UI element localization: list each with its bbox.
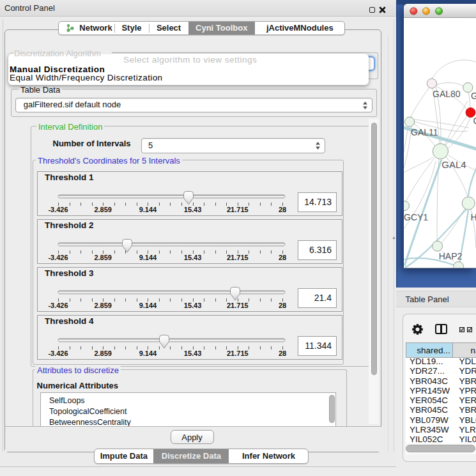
svg-text:GAL11: GAL11 [411, 127, 438, 137]
svg-text:GCY1: GCY1 [404, 212, 428, 222]
svg-text:HAP2: HAP2 [439, 250, 463, 261]
svg-text:GAL80: GAL80 [433, 88, 461, 98]
svg-text:HI: HI [470, 212, 476, 222]
svg-text:GA: GA [471, 90, 476, 100]
svg-text:C: C [473, 115, 476, 125]
svg-text:GAL4: GAL4 [441, 159, 466, 170]
